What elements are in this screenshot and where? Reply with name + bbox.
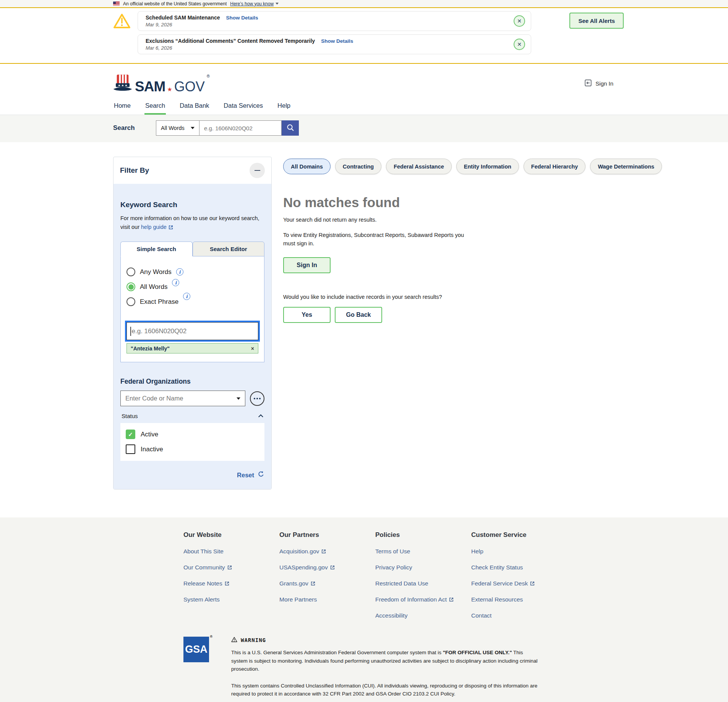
footer-link-foia[interactable]: Freedom of Information Act xyxy=(375,596,471,603)
nav-item-help[interactable]: Help xyxy=(277,99,291,115)
footer-link-restricted-data-use[interactable]: Restricted Data Use xyxy=(375,580,471,587)
tab-search-editor[interactable]: Search Editor xyxy=(193,242,265,256)
reset-filters-button[interactable]: Reset xyxy=(120,471,264,479)
footer-link-grants-gov[interactable]: Grants.gov xyxy=(279,580,375,587)
collapse-filters-button[interactable] xyxy=(250,163,265,178)
sam-gov-logo[interactable]: SAM ★ GOV ® xyxy=(112,74,210,93)
alert-show-details-link[interactable]: Show Details xyxy=(321,38,353,44)
info-icon[interactable]: i xyxy=(172,279,179,286)
warning-triangle-icon xyxy=(113,13,131,29)
reset-icon xyxy=(258,471,264,479)
search-icon xyxy=(286,123,295,133)
registered-mark: ® xyxy=(210,635,212,639)
filter-panel-title: Filter By xyxy=(120,166,149,175)
footer-link-more-partners[interactable]: More Partners xyxy=(279,596,375,603)
footer-link-check-entity-status[interactable]: Check Entity Status xyxy=(471,564,567,571)
domain-tab-contracting[interactable]: Contracting xyxy=(335,159,381,174)
search-mode-select[interactable]: All Words xyxy=(156,120,199,136)
footer-link-accessibility[interactable]: Accessibility xyxy=(375,612,471,619)
footer-link-about-this-site[interactable]: About This Site xyxy=(183,548,279,555)
brand-sam: SAM xyxy=(135,80,165,93)
checkbox-active-label[interactable]: Active xyxy=(141,431,158,438)
nav-item-search[interactable]: Search xyxy=(144,99,166,115)
footer-link-terms-of-use[interactable]: Terms of Use xyxy=(375,548,471,555)
footer-link-system-alerts[interactable]: System Alerts xyxy=(183,596,279,603)
keyword-input[interactable]: e.g. 1606N020Q02 xyxy=(126,322,258,340)
footer-link-contact[interactable]: Contact xyxy=(471,612,567,619)
search-placeholder: e.g. 1606N020Q02 xyxy=(204,125,253,131)
nav-item-home[interactable]: Home xyxy=(113,99,131,115)
nav-item-data-bank[interactable]: Data Bank xyxy=(179,99,210,115)
radio-all-words[interactable] xyxy=(126,282,135,291)
radio-all-words-label[interactable]: All Words xyxy=(140,283,167,291)
footer-heading: Policies xyxy=(375,531,471,539)
domain-tabs: All Domains Contracting Federal Assistan… xyxy=(283,159,662,174)
info-icon[interactable]: i xyxy=(183,293,190,300)
primary-nav: Home Search Data Bank Data Services Help xyxy=(0,99,728,115)
radio-exact-phrase[interactable] xyxy=(126,297,135,306)
footer-col-our-partners: Our Partners Acquisition.gov USASpending… xyxy=(279,531,375,619)
warning-paragraph-2: This system contains Controlled Unclassi… xyxy=(231,682,539,698)
checkbox-inactive[interactable] xyxy=(126,444,135,454)
gov-banner-link[interactable]: Here’s how you know xyxy=(230,1,279,6)
domain-tab-federal-hierarchy[interactable]: Federal Hierarchy xyxy=(524,159,586,174)
include-inactive-question: Would you like to include inactive recor… xyxy=(283,294,662,300)
footer-link-external-resources[interactable]: External Resources xyxy=(471,596,567,603)
external-link-icon xyxy=(330,565,335,570)
info-icon[interactable]: i xyxy=(176,268,183,276)
checkbox-inactive-label[interactable]: Inactive xyxy=(141,446,163,453)
remove-tag-icon[interactable]: × xyxy=(251,345,254,352)
footer-link-usaspending-gov[interactable]: USASpending.gov xyxy=(279,564,375,571)
domain-tab-entity-information[interactable]: Entity Information xyxy=(456,159,519,174)
alert-show-details-link[interactable]: Show Details xyxy=(226,15,258,21)
go-back-button[interactable]: Go Back xyxy=(335,307,382,323)
nav-item-data-services[interactable]: Data Services xyxy=(223,99,264,115)
footer-col-customer-service: Customer Service Help Check Entity Statu… xyxy=(471,531,567,619)
tab-simple-search[interactable]: Simple Search xyxy=(120,242,193,256)
text-caret xyxy=(130,327,131,336)
external-link-icon xyxy=(321,549,326,554)
see-all-alerts-button[interactable]: See All Alerts xyxy=(569,13,624,29)
gsa-logo: GSA ® xyxy=(183,637,209,662)
footer-link-privacy-policy[interactable]: Privacy Policy xyxy=(375,564,471,571)
footer-link-acquisition-gov[interactable]: Acquisition.gov xyxy=(279,548,375,555)
domain-tab-federal-assistance[interactable]: Federal Assistance xyxy=(386,159,452,174)
search-bar: Search All Words e.g. 1606N020Q02 xyxy=(0,115,728,142)
footer-col-policies: Policies Terms of Use Privacy Policy Res… xyxy=(375,531,471,619)
domain-tab-wage-determinations[interactable]: Wage Determinations xyxy=(590,159,662,174)
footer-link-our-community[interactable]: Our Community xyxy=(183,564,279,571)
search-submit-button[interactable] xyxy=(282,120,299,136)
checkbox-active[interactable]: ✓ xyxy=(126,430,135,439)
footer-link-release-notes[interactable]: Release Notes xyxy=(183,580,279,587)
header-sign-in-link[interactable]: Sign In xyxy=(584,79,613,88)
domain-tab-all-domains[interactable]: All Domains xyxy=(283,159,331,174)
results-area: All Domains Contracting Federal Assistan… xyxy=(283,157,662,323)
external-link-icon xyxy=(225,581,229,586)
alert-close-button[interactable]: ✕ xyxy=(514,15,525,27)
footer-link-columns: Our Website About This Site Our Communit… xyxy=(0,517,728,622)
external-link-icon xyxy=(227,565,232,570)
radio-exact-phrase-label[interactable]: Exact Phrase xyxy=(140,298,178,306)
uncle-sam-hat-icon xyxy=(112,74,133,93)
alert-close-button[interactable]: ✕ xyxy=(514,39,525,50)
sign-in-button[interactable]: Sign In xyxy=(283,257,331,273)
radio-any-words[interactable] xyxy=(126,268,135,276)
chevron-up-icon[interactable] xyxy=(258,415,263,420)
help-guide-link[interactable]: help guide xyxy=(141,223,173,232)
search-input[interactable]: e.g. 1606N020Q02 xyxy=(199,120,282,136)
search-mode-value: All Words xyxy=(161,125,185,131)
more-options-button[interactable] xyxy=(250,391,264,406)
for-official-use-only: "FOR OFFICIAL USE ONLY." xyxy=(443,650,512,655)
footer-link-help[interactable]: Help xyxy=(471,548,567,555)
keyword-tag-label: "Antezia Melly" xyxy=(131,345,170,352)
yes-button[interactable]: Yes xyxy=(283,307,331,323)
footer-heading: Customer Service xyxy=(471,531,567,539)
chevron-down-icon xyxy=(237,397,240,400)
footer-link-federal-service-desk[interactable]: Federal Service Desk xyxy=(471,580,567,587)
alert-title: Exclusions “Additional Comments” Content… xyxy=(146,38,315,44)
federal-org-combobox[interactable]: Enter Code or Name xyxy=(120,391,245,406)
brand-gov: GOV xyxy=(174,81,205,93)
warning-outline-icon xyxy=(231,637,237,644)
alert-row: Scheduled SAM Maintenance Show Details M… xyxy=(113,11,728,31)
radio-any-words-label[interactable]: Any Words xyxy=(140,268,172,276)
